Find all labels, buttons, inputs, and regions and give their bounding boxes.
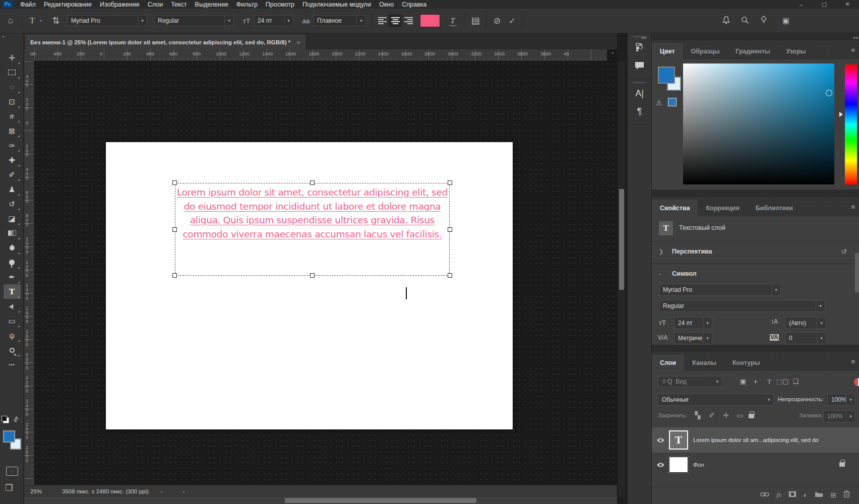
tool-zoom-icon[interactable]	[4, 343, 21, 357]
drag-grip[interactable]: ▪▪▪▪▪▪▪	[628, 81, 651, 84]
menu-2[interactable]: Изображение	[96, 1, 144, 9]
blend-mode-select[interactable]: Обычные ▾	[658, 394, 774, 406]
tool-lasso-icon[interactable]: ◌	[4, 80, 21, 94]
lock-position-icon[interactable]: ✛	[718, 411, 733, 419]
layer-thumbnail[interactable]: T	[669, 430, 688, 450]
link-layers-icon[interactable]	[760, 491, 769, 498]
vertical-scrollbar-thumb[interactable]	[619, 189, 624, 290]
panel-scrollbar-thumb[interactable]	[855, 253, 859, 293]
menu-0[interactable]: Файл	[16, 1, 40, 9]
layer-row-text[interactable]: T Lorem ipsum dolor sit am...adipiscing …	[652, 427, 859, 453]
menu-7[interactable]: Просмотр	[262, 1, 298, 9]
layer-row-background[interactable]: Фон	[652, 453, 859, 476]
handle-bottom-right[interactable]	[448, 273, 452, 278]
workspace-switcher-icon[interactable]: ▣	[778, 16, 793, 25]
new-group-icon[interactable]	[815, 491, 823, 499]
foreground-color-swatch[interactable]	[3, 430, 15, 443]
char-tracking-select[interactable]: 0 ▾	[785, 332, 826, 344]
panel-menu-icon[interactable]: ≡	[851, 203, 855, 211]
visibility-eye-icon[interactable]	[652, 436, 669, 444]
tool-rectangle-icon[interactable]: ▭	[4, 313, 21, 328]
chevron-right-icon[interactable]: ❯	[659, 248, 663, 255]
chevron-down-icon[interactable]: ▾	[846, 411, 855, 422]
tool-crop-icon[interactable]: #	[4, 109, 21, 123]
tool-clone-stamp-icon[interactable]: ♟	[4, 182, 21, 197]
text-color-swatch[interactable]	[420, 14, 440, 27]
font-family-select[interactable]: Myriad Pro ▾	[68, 15, 147, 26]
zoom-level[interactable]: 25%	[30, 488, 42, 494]
current-tool-icon[interactable]: T	[25, 16, 40, 26]
handle-middle-right[interactable]	[448, 227, 452, 232]
tool-preset-chevron-icon[interactable]: ▾	[40, 19, 42, 23]
align-right-button[interactable]	[402, 14, 415, 27]
tool-eyedropper-icon[interactable]: ✑	[4, 138, 21, 153]
tab-layers[interactable]: Слои	[652, 354, 684, 371]
expand-panels-icon[interactable]: »»	[853, 35, 858, 40]
layer-filter-toggle[interactable]	[854, 378, 859, 386]
tool-blur-icon[interactable]	[4, 240, 21, 255]
canvas-text[interactable]: Lorem ipsum dolor sit amet, consectetur …	[176, 185, 449, 241]
char-leading-select[interactable]: (Авто) ▾	[785, 317, 826, 329]
tool-rectangular-marquee-icon[interactable]	[4, 65, 21, 80]
tool-brush-icon[interactable]: ✐	[4, 167, 21, 182]
tab-channels[interactable]: Каналы	[684, 354, 724, 371]
home-icon[interactable]: ⌂	[3, 16, 18, 26]
font-style-select[interactable]: Regular ▾	[154, 15, 234, 26]
filter-type-layers-icon[interactable]: T	[763, 377, 776, 386]
filter-shape-layers-icon[interactable]: ⬚︎▢	[776, 377, 789, 386]
vertical-scrollbar[interactable]	[618, 61, 625, 497]
chevron-down-icon[interactable]: ▾	[846, 394, 855, 405]
fill-select[interactable]: 100% ▾	[823, 410, 855, 422]
handle-top-center[interactable]	[310, 180, 315, 185]
color-field[interactable]	[683, 64, 834, 184]
adjustment-layer-icon[interactable]: ◐	[804, 491, 808, 499]
layer-name[interactable]: Фон	[693, 462, 704, 468]
lock-artboard-icon[interactable]: ▭	[732, 411, 748, 419]
menu-8[interactable]: Подключаемые модули	[298, 1, 375, 9]
reset-icon[interactable]: ↺	[841, 247, 847, 256]
screen-mode-button[interactable]: ❐	[5, 483, 13, 493]
tool-eraser-icon[interactable]: ◪	[4, 211, 21, 226]
handle-top-left[interactable]	[172, 180, 177, 185]
close-tab-icon[interactable]: ×	[296, 39, 300, 46]
menu-1[interactable]: Редактирование	[40, 1, 96, 9]
chevron-down-icon[interactable]: ▾	[817, 318, 826, 329]
document-tab[interactable]: Без имени-1 @ 25% (Lorem ipsum dolor sit…	[25, 35, 305, 49]
hue-slider-marker[interactable]	[839, 112, 843, 117]
canvas-document[interactable]: Lorem ipsum dolor sit amet, consectetur …	[106, 142, 513, 429]
handle-top-right[interactable]	[448, 180, 452, 185]
menu-4[interactable]: Текст	[167, 1, 191, 9]
tab-swatches[interactable]: Образцы	[683, 43, 728, 59]
gamut-warning-icon[interactable]: ⚠	[656, 99, 662, 107]
ruler-collapse-icon[interactable]: ⌃	[610, 51, 615, 58]
menu-6[interactable]: Фильтр	[232, 1, 262, 9]
notifications-bell-icon[interactable]	[722, 16, 730, 26]
minimize-button[interactable]: –	[789, 0, 813, 9]
align-left-button[interactable]	[376, 14, 389, 27]
tool-hand-icon[interactable]: ψ	[4, 328, 21, 343]
visibility-eye-icon[interactable]	[652, 461, 669, 468]
warp-text-icon[interactable]: T	[446, 17, 459, 25]
hue-slider[interactable]	[845, 65, 857, 184]
gamut-color-chip[interactable]	[668, 98, 677, 106]
filter-pixel-layers-icon[interactable]: ▣	[737, 377, 750, 386]
chevron-down-icon[interactable]: ▾	[224, 16, 233, 26]
history-panel-icon[interactable]	[628, 38, 651, 56]
panel-menu-icon[interactable]: ≡	[851, 358, 855, 365]
tool-move-icon[interactable]: ✛	[4, 50, 21, 65]
tab-patterns[interactable]: Узоры	[778, 43, 814, 59]
tool-pen-icon[interactable]: ✒	[4, 270, 21, 284]
chevron-down-icon[interactable]: ▾	[817, 333, 826, 344]
close-button[interactable]: ✕	[836, 0, 859, 9]
tool-frame-icon[interactable]: ⊠	[4, 123, 21, 138]
menu-9[interactable]: Окно	[375, 1, 398, 9]
horizontal-scrollbar-thumb[interactable]	[285, 498, 476, 503]
collapse-strip-icon[interactable]: ««	[641, 35, 647, 40]
anti-alias-select[interactable]: Плавное ▾	[314, 15, 366, 26]
panel-menu-icon[interactable]: ≡	[851, 46, 855, 54]
tool-gradient-icon[interactable]	[4, 226, 21, 240]
layer-name[interactable]: Lorem ipsum dolor sit am...adipiscing el…	[693, 437, 819, 443]
cancel-edit-icon[interactable]: ⊘	[489, 16, 505, 26]
handle-bottom-center[interactable]	[310, 273, 315, 278]
chevron-down-icon[interactable]: ▾	[771, 284, 780, 295]
